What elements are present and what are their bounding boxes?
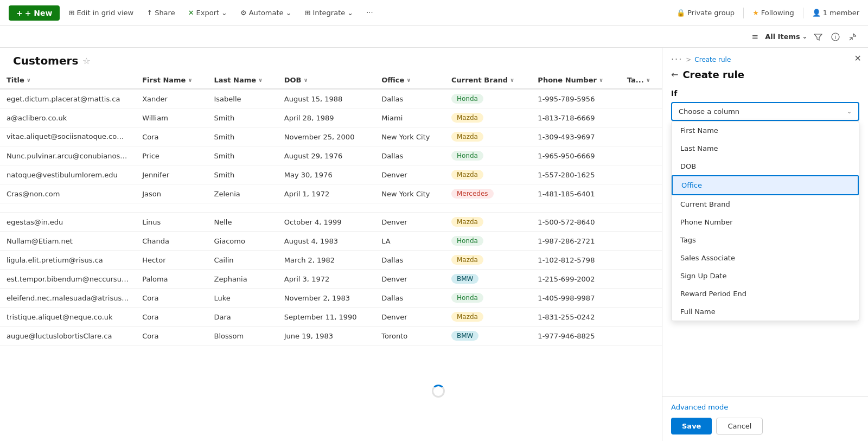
cell-first-name: Cora xyxy=(136,327,207,346)
cell-title[interactable]: eget.dictum.placerat@mattis.ca xyxy=(0,89,136,108)
cell-title[interactable]: Nunc.pulvinar.arcu@conubianostraper.edu xyxy=(0,146,136,165)
panel-back-button[interactable]: ← xyxy=(671,69,678,80)
cell-current-brand: BMW xyxy=(445,327,531,346)
automate-button[interactable]: ⚙ Automate ⌄ xyxy=(236,7,296,19)
filter-icon xyxy=(814,33,822,41)
divider xyxy=(743,8,744,18)
cell-tags xyxy=(621,289,662,308)
column-option-current_brand[interactable]: Current Brand xyxy=(672,195,859,213)
cell-current-brand: Mazda xyxy=(445,165,531,184)
column-option-tags[interactable]: Tags xyxy=(672,231,859,249)
export-label: Export xyxy=(196,9,220,17)
table-wrapper[interactable]: Title ∨ First Name ∨ Last Name ∨ DOB ∨ O… xyxy=(0,72,662,434)
column-select-container: Choose a column ⌄ First NameLast NameDOB… xyxy=(671,102,859,121)
cell-title[interactable]: Cras@non.com xyxy=(0,184,136,203)
advanced-mode-link[interactable]: Advanced mode xyxy=(671,403,859,411)
filter-button[interactable] xyxy=(812,30,825,43)
table-body: eget.dictum.placerat@mattis.caXanderIsab… xyxy=(0,89,662,346)
brand-badge: Honda xyxy=(451,236,483,246)
th-current-brand[interactable]: Current Brand ∨ xyxy=(445,72,531,89)
cell-title[interactable]: augue@luctuslobortisClare.ca xyxy=(0,327,136,346)
member-count-label: 1 member xyxy=(823,9,859,17)
cell-title[interactable] xyxy=(0,203,136,213)
th-tags[interactable]: Ta... ∨ xyxy=(621,72,662,89)
column-option-sign_up_date[interactable]: Sign Up Date xyxy=(672,267,859,285)
cancel-button[interactable]: Cancel xyxy=(716,418,763,434)
favorite-button[interactable]: ☆ xyxy=(82,56,90,66)
column-option-office[interactable]: Office xyxy=(672,175,859,195)
share-label: Share xyxy=(155,9,175,17)
more-button[interactable]: ··· xyxy=(362,7,377,19)
all-items-label: All Items xyxy=(765,33,800,41)
cell-last-name: Blossom xyxy=(207,327,277,346)
cell-phone-number: 1-215-699-2002 xyxy=(531,270,620,289)
table-row: tristique.aliquet@neque.co.ukCoraDaraSep… xyxy=(0,308,662,327)
save-button[interactable]: Save xyxy=(671,418,712,434)
cell-tags xyxy=(621,251,662,270)
cell-title[interactable]: Nullam@Etiam.net xyxy=(0,232,136,251)
cell-dob: November 2, 1983 xyxy=(278,289,375,308)
brand-badge: Honda xyxy=(451,151,483,161)
info-icon: i xyxy=(831,33,840,41)
panel-close-button[interactable]: ✕ xyxy=(854,53,861,63)
integrate-label: Integrate xyxy=(312,9,345,17)
cell-title[interactable]: tristique.aliquet@neque.co.uk xyxy=(0,308,136,327)
column-option-last_name[interactable]: Last Name xyxy=(672,139,859,157)
column-option-first_name[interactable]: First Name xyxy=(672,122,859,139)
cell-phone-number: 1-987-286-2721 xyxy=(531,232,620,251)
hamburger-lines-button[interactable]: ≡ xyxy=(750,30,761,44)
new-button[interactable]: + + New xyxy=(9,5,60,21)
automate-chevron-icon: ⌄ xyxy=(286,9,292,17)
cell-tags xyxy=(621,203,662,213)
th-first-name[interactable]: First Name ∨ xyxy=(136,72,207,89)
column-option-full_name[interactable]: Full Name xyxy=(672,303,859,321)
th-title[interactable]: Title ∨ xyxy=(0,72,136,89)
cell-tags xyxy=(621,327,662,346)
cell-current-brand: Mazda xyxy=(445,127,531,146)
column-select-placeholder: Choose a column xyxy=(679,107,739,116)
column-select-trigger[interactable]: Choose a column ⌄ xyxy=(671,102,859,121)
th-dob[interactable]: DOB ∨ xyxy=(278,72,375,89)
cell-phone-number: 1-309-493-9697 xyxy=(531,127,620,146)
cell-title[interactable]: eleifend.nec.malesuada@atrisus.ca xyxy=(0,289,136,308)
cell-title[interactable]: natoque@vestibulumlorem.edu xyxy=(0,165,136,184)
share-button[interactable]: ↑ Share xyxy=(142,7,179,19)
table-row: augue@luctuslobortisClare.caCoraBlossomJ… xyxy=(0,327,662,346)
cell-phone-number xyxy=(531,203,620,213)
export-icon: ✕ xyxy=(188,9,194,17)
integrate-button[interactable]: ⊞ Integrate ⌄ xyxy=(301,7,358,19)
edit-grid-view-button[interactable]: ⊞ Edit in grid view xyxy=(64,7,138,19)
th-office[interactable]: Office ∨ xyxy=(375,72,445,89)
cell-title[interactable]: est.tempor.bibendum@neccursusa.com xyxy=(0,270,136,289)
expand-button[interactable] xyxy=(846,30,859,43)
brand-badge: Mercedes xyxy=(451,189,494,199)
cell-phone-number: 1-481-185-6401 xyxy=(531,184,620,203)
export-button[interactable]: ✕ Export ⌄ xyxy=(184,7,232,19)
cell-dob: June 19, 1983 xyxy=(278,327,375,346)
cell-title[interactable]: ligula.elit.pretium@risus.ca xyxy=(0,251,136,270)
column-option-sales_associate[interactable]: Sales Associate xyxy=(672,249,859,267)
breadcrumb-link[interactable]: Create rule xyxy=(694,56,731,63)
all-items-button[interactable]: All Items ⌄ xyxy=(765,33,807,41)
column-option-reward_period_end[interactable]: Reward Period End xyxy=(672,285,859,303)
info-button[interactable]: i xyxy=(829,30,842,43)
column-option-phone_number[interactable]: Phone Number xyxy=(672,213,859,231)
cell-last-name: Nelle xyxy=(207,213,277,232)
cell-tags xyxy=(621,146,662,165)
cell-title[interactable]: egestas@in.edu xyxy=(0,213,136,232)
th-last-name[interactable]: Last Name ∨ xyxy=(207,72,277,89)
cell-phone-number: 1-831-255-0242 xyxy=(531,308,620,327)
cell-dob: August 4, 1983 xyxy=(278,232,375,251)
th-phone-number[interactable]: Phone Number ∨ xyxy=(531,72,620,89)
cell-office: Denver xyxy=(375,308,445,327)
cell-current-brand: BMW xyxy=(445,270,531,289)
table-row: eleifend.nec.malesuada@atrisus.caCoraLuk… xyxy=(0,289,662,308)
cell-title[interactable]: vitae.aliquet@sociisnatoque.com 💬 xyxy=(0,127,136,146)
cell-first-name: Chanda xyxy=(136,232,207,251)
cell-title[interactable]: a@aclibero.co.uk xyxy=(0,108,136,127)
column-option-dob[interactable]: DOB xyxy=(672,157,859,175)
cell-first-name: Jason xyxy=(136,184,207,203)
cell-last-name: Zelenia xyxy=(207,184,277,203)
cell-last-name: Isabelle xyxy=(207,89,277,108)
top-bar-right: 🔒 Private group ★ Following 👤 1 member xyxy=(676,8,859,18)
